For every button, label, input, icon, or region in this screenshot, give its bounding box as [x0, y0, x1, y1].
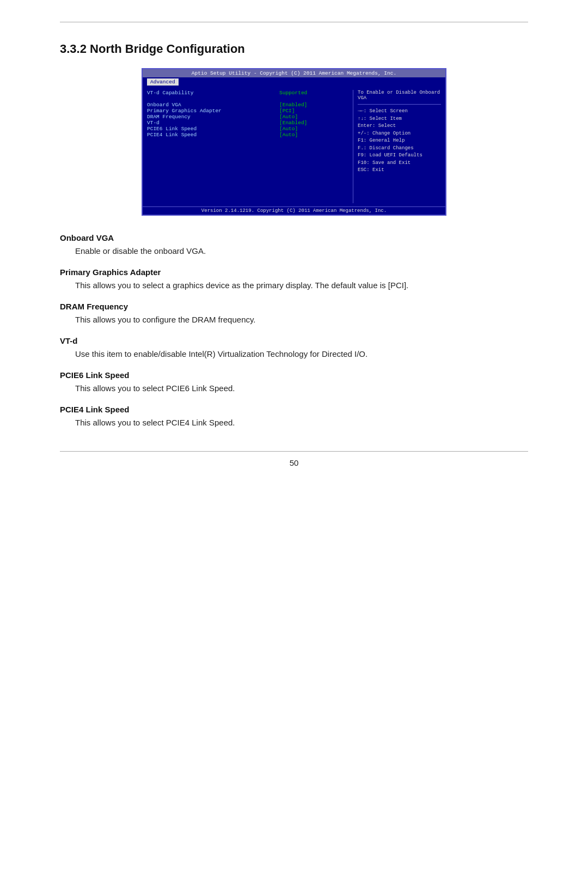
legend-row-1: →←: Select Screen [358, 108, 441, 115]
bios-title-bar: Aptio Setup Utility - Copyright (C) 2011… [143, 69, 445, 77]
bios-row-pcie6-label: PCIE6 Link Speed [147, 126, 275, 132]
bios-val-pcie4: [Auto] [279, 132, 348, 138]
doc-section-primary-graphics: Primary Graphics Adapter This allows you… [60, 267, 528, 292]
doc-heading-primary-graphics: Primary Graphics Adapter [60, 267, 528, 277]
page-number: 50 [60, 458, 528, 467]
doc-body-primary-graphics: This allows you to select a graphics dev… [60, 279, 528, 292]
bios-middle-column: Supported [Enabled] [PCI] [Auto] [Enable… [279, 90, 353, 203]
doc-heading-onboard-vga: Onboard VGA [60, 233, 528, 242]
doc-body-pcie4: This allows you to select PCIE4 Link Spe… [60, 416, 528, 429]
section-number: 3.3.2 [60, 42, 87, 56]
bios-val-pcie6: [Auto] [279, 126, 348, 132]
section-heading: North Bridge Configuration [90, 42, 245, 56]
legend-row-5: F1: General Help [358, 137, 441, 145]
doc-heading-dram-frequency: DRAM Frequency [60, 302, 528, 311]
top-rule [60, 22, 528, 22]
bios-row-vtd-label: VT-d [147, 120, 275, 126]
doc-body-vtd: Use this item to enable/disable Intel(R)… [60, 348, 528, 361]
bios-row-primary-label: Primary Graphics Adapter [147, 108, 275, 114]
doc-heading-pcie6: PCIE6 Link Speed [60, 370, 528, 380]
legend-row-8: F10: Save and Exit [358, 160, 441, 167]
page-container: 3.3.2 North Bridge Configuration Aptio S… [60, 0, 528, 500]
bios-row-pcie4-label: PCIE4 Link Speed [147, 132, 275, 138]
bios-tab-advanced: Advanced [147, 78, 179, 86]
doc-section-onboard-vga: Onboard VGA Enable or disable the onboar… [60, 233, 528, 258]
legend-row-3: Enter: Select [358, 123, 441, 130]
doc-heading-vtd: VT-d [60, 336, 528, 345]
bios-row-vt-d-cap-label: VT-d Capability [147, 90, 275, 96]
doc-section-dram-frequency: DRAM Frequency This allows you to config… [60, 302, 528, 326]
bios-val-dram: [Auto] [279, 114, 348, 120]
bios-screenshot: Aptio Setup Utility - Copyright (C) 2011… [142, 68, 446, 216]
legend-row-2: ↑↓: Select Item [358, 115, 441, 123]
bios-footer: Version 2.14.1219. Copyright (C) 2011 Am… [143, 206, 445, 215]
bios-row-onboard-vga-label: Onboard VGA [147, 102, 275, 108]
legend-row-4: +/-: Change Option [358, 130, 441, 138]
bios-tab-bar: Advanced [143, 77, 445, 87]
bios-help-text: To Enable or Disable Onboard VGA [358, 90, 441, 101]
bottom-rule [60, 451, 528, 452]
legend-row-9: ESC: Exit [358, 167, 441, 174]
bios-val-vtd: [Enabled] [279, 120, 348, 126]
bios-legend: →←: Select Screen ↑↓: Select Item Enter:… [358, 108, 441, 174]
doc-body-onboard-vga: Enable or disable the onboard VGA. [60, 245, 528, 258]
bios-val-primary: [PCI] [279, 108, 348, 114]
legend-row-6: F.: Discard Changes [358, 145, 441, 153]
bios-val-vt-d-cap: Supported [279, 90, 348, 96]
bios-right-column: To Enable or Disable Onboard VGA →←: Sel… [353, 90, 441, 203]
doc-section-pcie6: PCIE6 Link Speed This allows you to sele… [60, 370, 528, 395]
legend-row-7: F9: Load UEFI Defaults [358, 152, 441, 160]
bios-row-dram-label: DRAM Frequency [147, 114, 275, 120]
bios-val-onboard-vga: [Enabled] [279, 102, 348, 108]
doc-section-pcie4: PCIE4 Link Speed This allows you to sele… [60, 405, 528, 429]
bios-content-area: VT-d Capability Onboard VGA Primary Grap… [143, 87, 445, 206]
section-title: 3.3.2 North Bridge Configuration [60, 42, 528, 56]
bios-separator [358, 104, 441, 105]
doc-body-dram-frequency: This allows you to configure the DRAM fr… [60, 313, 528, 326]
doc-section-vtd: VT-d Use this item to enable/disable Int… [60, 336, 528, 361]
doc-heading-pcie4: PCIE4 Link Speed [60, 405, 528, 414]
bios-left-column: VT-d Capability Onboard VGA Primary Grap… [147, 90, 279, 203]
doc-body-pcie6: This allows you to select PCIE6 Link Spe… [60, 382, 528, 395]
